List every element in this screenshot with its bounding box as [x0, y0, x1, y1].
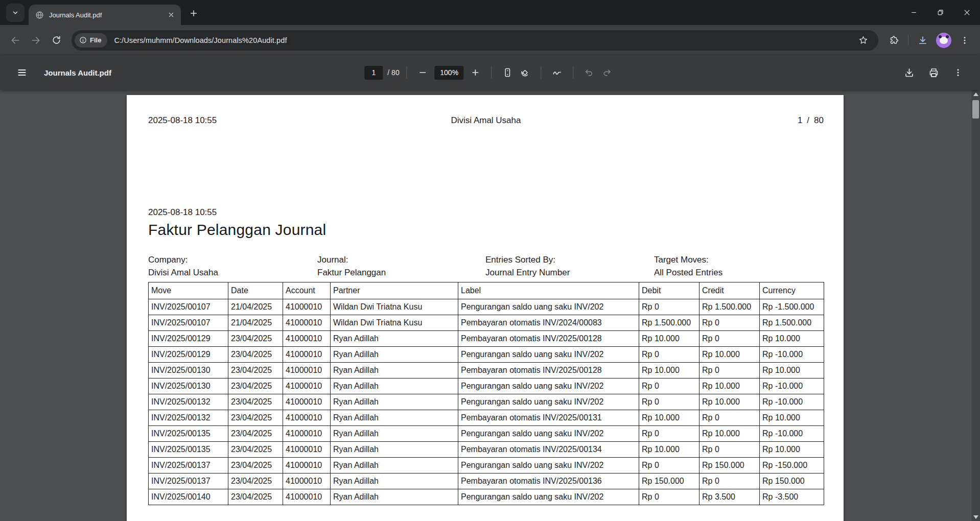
cell-debit: Rp 0 [639, 489, 699, 505]
scrollbar-thumb[interactable] [972, 100, 979, 119]
cell-debit: Rp 0 [639, 347, 699, 363]
tab-search-button[interactable] [6, 4, 25, 22]
cell-currency: Rp 150.000 [760, 473, 824, 489]
page-count-label: / 80 [387, 68, 399, 77]
cell-account: 41000010 [283, 458, 331, 473]
toolbar-separator [492, 66, 492, 79]
meta-item: Journal: Faktur Pelanggan [317, 253, 485, 279]
report-timestamp: 2025-08-18 10:55 [148, 207, 824, 218]
cell-account: 41000010 [283, 394, 331, 410]
plus-icon [190, 9, 198, 17]
address-bar[interactable]: File C:/Users/muhmm/Downloads/Journals%2… [72, 30, 878, 51]
minimize-button[interactable] [900, 0, 927, 25]
download-icon [918, 35, 928, 45]
cell-currency: Rp 1.500.000 [760, 315, 824, 331]
browser-menu-button[interactable] [954, 30, 975, 51]
cell-label: Pengurangan saldo uang saku INV/202 [458, 299, 639, 315]
cell-account: 41000010 [283, 378, 331, 394]
meta-value: Divisi Amal Usaha [148, 266, 317, 279]
cell-credit: Rp 10.000 [699, 426, 760, 442]
url-text[interactable]: C:/Users/muhmm/Downloads/Journals%20Audi… [114, 36, 287, 44]
pdf-download-button[interactable] [900, 64, 918, 81]
redo-button[interactable] [598, 64, 616, 81]
undo-button[interactable] [581, 64, 598, 81]
cell-currency: Rp 10.000 [760, 363, 824, 378]
report-meta: Company: Divisi Amal Usaha Journal: Fakt… [148, 253, 824, 279]
cell-partner: Ryan Adillah [331, 347, 458, 363]
column-header: Move [149, 282, 228, 299]
cell-date: 23/04/2025 [228, 331, 283, 347]
column-header: Partner [331, 282, 458, 299]
downloads-button[interactable] [913, 30, 933, 51]
cell-account: 41000010 [283, 315, 331, 331]
pdf-toolbar: Journals Audit.pdf / 80 100% [0, 55, 980, 90]
page-number-input[interactable] [364, 66, 383, 80]
redo-icon [602, 67, 612, 78]
fit-to-page-button[interactable] [499, 64, 517, 81]
new-tab-button[interactable] [186, 6, 201, 21]
fit-page-icon [503, 67, 513, 78]
cell-partner: Ryan Adillah [331, 363, 458, 378]
bookmark-button[interactable] [855, 32, 871, 49]
cell-account: 41000010 [283, 299, 331, 315]
column-header: Credit [699, 282, 760, 299]
table-row: INV/2025/00137 23/04/2025 41000010 Ryan … [149, 458, 824, 473]
cell-debit: Rp 0 [639, 378, 699, 394]
print-button[interactable] [925, 64, 942, 81]
tab-close-button[interactable] [166, 9, 177, 20]
undo-icon [585, 67, 595, 78]
browser-tab[interactable]: Journals Audit.pdf [29, 5, 181, 25]
cell-label: Pengurangan saldo uang saku INV/202 [458, 426, 639, 442]
column-header: Label [458, 282, 639, 299]
zoom-level[interactable]: 100% [435, 66, 464, 80]
cell-currency: Rp -10.000 [760, 378, 824, 394]
cell-debit: Rp 10.000 [639, 363, 699, 378]
hamburger-icon [17, 67, 27, 78]
annotate-button[interactable] [549, 64, 566, 81]
cell-partner: Ryan Adillah [331, 426, 458, 442]
cell-credit: Rp 0 [699, 363, 760, 378]
cell-label: Pengurangan saldo uang saku INV/202 [458, 458, 639, 473]
restore-button[interactable] [927, 0, 953, 25]
cell-currency: Rp 10.000 [760, 410, 824, 426]
table-row: INV/2025/00135 23/04/2025 41000010 Ryan … [149, 442, 824, 458]
pdf-viewport[interactable]: 2025-08-18 10:55 Divisi Amal Usaha 1/80 … [0, 90, 980, 521]
cell-partner: Wildan Dwi Triatna Kusu [331, 299, 458, 315]
meta-value: All Posted Entries [654, 266, 824, 279]
pdf-more-options-button[interactable] [949, 64, 967, 81]
column-header: Debit [639, 282, 699, 299]
meta-label: Target Moves: [654, 253, 824, 266]
zoom-out-button[interactable] [414, 64, 432, 81]
cell-currency: Rp -150.000 [760, 458, 824, 473]
cell-account: 41000010 [283, 473, 331, 489]
profile-avatar[interactable] [936, 33, 951, 48]
kebab-menu-icon [960, 36, 969, 45]
toolbar-separator [407, 66, 407, 79]
scrollbar[interactable] [971, 90, 980, 521]
file-chip[interactable]: File [75, 33, 107, 48]
close-window-button[interactable] [953, 0, 980, 25]
back-arrow-icon [10, 35, 20, 45]
cell-account: 41000010 [283, 363, 331, 378]
rotate-button[interactable] [517, 64, 534, 81]
cell-label: Pembayaran otomatis INV/2025/00128 [458, 363, 639, 378]
extensions-button[interactable] [883, 30, 904, 51]
scroll-down-arrow[interactable] [971, 513, 980, 521]
cell-currency: Rp -10.000 [760, 394, 824, 410]
back-button[interactable] [5, 30, 26, 51]
puzzle-icon [889, 35, 899, 45]
zoom-in-button[interactable] [467, 64, 484, 81]
forward-button[interactable] [26, 30, 46, 51]
meta-value: Journal Entry Number [485, 266, 654, 279]
cell-label: Pengurangan saldo uang saku INV/202 [458, 378, 639, 394]
cell-debit: Rp 0 [639, 458, 699, 473]
cell-credit: Rp 0 [699, 473, 760, 489]
plus-icon [471, 68, 480, 77]
pdf-menu-button[interactable] [13, 64, 31, 81]
pdf-page: 2025-08-18 10:55 Divisi Amal Usaha 1/80 … [127, 95, 844, 521]
cell-label: Pembayaran otomatis INV/2025/00136 [458, 473, 639, 489]
cell-partner: Ryan Adillah [331, 394, 458, 410]
reload-button[interactable] [46, 30, 66, 51]
scroll-up-arrow[interactable] [971, 90, 980, 98]
kebab-menu-icon [953, 68, 963, 77]
